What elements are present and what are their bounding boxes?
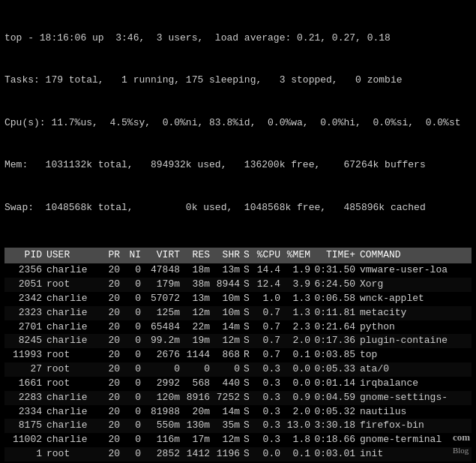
cell-time: 3:30.18 <box>312 419 357 433</box>
cell-user: root <box>43 348 97 362</box>
cell-pid: 8175 <box>4 419 43 433</box>
cell-cpu: 0.0 <box>252 447 282 461</box>
cell-shr: 13m <box>211 263 241 278</box>
cell-user: charlie <box>43 391 97 405</box>
cell-cpu: 0.3 <box>252 433 282 447</box>
cell-pr: 20 <box>97 320 121 335</box>
cell-s: S <box>241 334 252 348</box>
cell-ni: 0 <box>121 292 142 306</box>
cell-virt: 120m <box>142 391 181 405</box>
cell-s: S <box>241 419 252 433</box>
cell-cpu: 0.7 <box>252 320 282 335</box>
cell-pr: 20 <box>97 391 121 405</box>
cell-mem: 1.3 <box>282 306 312 320</box>
cell-pr: 20 <box>97 362 121 377</box>
cell-virt: 2992 <box>142 377 181 391</box>
cell-pid: 1661 <box>4 377 43 391</box>
table-row: 8175charlie200550m130m35mS0.313.03:30.18… <box>4 419 472 433</box>
cell-res: 13m <box>181 292 211 306</box>
col-header-pid: PID <box>4 248 43 263</box>
cell-virt: 2852 <box>142 447 181 461</box>
cell-virt: 81988 <box>142 405 181 419</box>
table-body: 2356charlie2004784818m13mS14.41.90:31.50… <box>4 263 472 463</box>
col-header-mem: %MEM <box>282 248 312 263</box>
cell-virt: 550m <box>142 419 181 433</box>
cell-user: charlie <box>43 334 97 348</box>
cell-time: 0:04.59 <box>312 391 357 405</box>
cell-user: charlie <box>43 292 97 306</box>
cell-res: 1412 <box>181 447 211 461</box>
cell-pid: 2701 <box>4 320 43 335</box>
watermark-site: com <box>453 431 470 443</box>
cell-virt: 99.2m <box>142 334 181 348</box>
cell-ni: 0 <box>121 419 142 433</box>
cell-pid: 2356 <box>4 263 43 278</box>
cell-cmd: gnome-settings- <box>357 391 472 405</box>
cell-s: S <box>241 292 252 306</box>
cell-time: 0:05.32 <box>312 405 357 419</box>
cell-cmd: vmware-user-loa <box>357 263 472 278</box>
cell-shr: 1196 <box>211 447 241 461</box>
cell-user: charlie <box>43 320 97 335</box>
cell-pr: 20 <box>97 433 121 447</box>
cell-virt: 116m <box>142 433 181 447</box>
table-row: 2356charlie2004784818m13mS14.41.90:31.50… <box>4 263 472 278</box>
col-header-s: S <box>241 248 252 263</box>
cell-shr: 8944 <box>211 278 241 292</box>
cell-pr: 20 <box>97 292 121 306</box>
cell-virt: 47848 <box>142 263 181 278</box>
cell-ni: 0 <box>121 334 142 348</box>
cell-s: S <box>241 306 252 320</box>
cell-cmd: Xorg <box>357 278 472 292</box>
cell-res: 38m <box>181 278 211 292</box>
cell-cmd: plugin-containe <box>357 334 472 348</box>
cell-res: 22m <box>181 320 211 335</box>
cell-cpu: 0.7 <box>252 348 282 362</box>
cell-cpu: 1.0 <box>252 292 282 306</box>
cell-res: 0 <box>181 362 211 377</box>
cell-cpu: 0.7 <box>252 334 282 348</box>
header-line-1: top - 18:16:06 up 3:46, 3 users, load av… <box>4 32 472 46</box>
cell-pid: 11002 <box>4 433 43 447</box>
cell-time: 0:05.33 <box>312 362 357 377</box>
cell-shr: 10m <box>211 306 241 320</box>
cell-ni: 0 <box>121 306 142 320</box>
col-header-shr: SHR <box>211 248 241 263</box>
cell-ni: 0 <box>121 278 142 292</box>
cell-pr: 20 <box>97 334 121 348</box>
table-row: 2701charlie2006548422m14mS0.72.30:21.64p… <box>4 320 472 335</box>
cell-time: 0:18.66 <box>312 433 357 447</box>
process-table: PID USER PR NI VIRT RES SHR S %CPU %MEM … <box>4 248 472 463</box>
cell-time: 0:03.85 <box>312 348 357 362</box>
cell-shr: 7252 <box>211 391 241 405</box>
cell-res: 17m <box>181 433 211 447</box>
cell-mem: 0.9 <box>282 391 312 405</box>
cell-cpu: 12.4 <box>252 278 282 292</box>
cell-user: root <box>43 362 97 377</box>
cell-user: charlie <box>43 405 97 419</box>
cell-s: S <box>241 320 252 335</box>
cell-ni: 0 <box>121 263 142 278</box>
cell-pr: 20 <box>97 348 121 362</box>
cell-shr: 440 <box>211 377 241 391</box>
cell-ni: 0 <box>121 377 142 391</box>
cell-cmd: metacity <box>357 306 472 320</box>
cell-res: 8916 <box>181 391 211 405</box>
cell-mem: 0.1 <box>282 447 312 461</box>
cell-mem: 2.3 <box>282 320 312 335</box>
cell-shr: 14m <box>211 405 241 419</box>
col-header-pr: PR <box>97 248 121 263</box>
col-header-user: USER <box>43 248 97 263</box>
cell-cpu: 0.3 <box>252 419 282 433</box>
cell-cpu: 0.3 <box>252 377 282 391</box>
cell-pid: 2342 <box>4 292 43 306</box>
cell-virt: 125m <box>142 306 181 320</box>
cell-time: 0:03.01 <box>312 447 357 461</box>
cell-time: 6:24.50 <box>312 278 357 292</box>
cell-pr: 20 <box>97 278 121 292</box>
col-header-cmd: COMMAND <box>357 248 472 263</box>
cell-time: 0:01.14 <box>312 377 357 391</box>
cell-pr: 20 <box>97 377 121 391</box>
cell-pid: 8245 <box>4 334 43 348</box>
table-row: 2051root200179m38m8944S12.43.96:24.50Xor… <box>4 278 472 292</box>
